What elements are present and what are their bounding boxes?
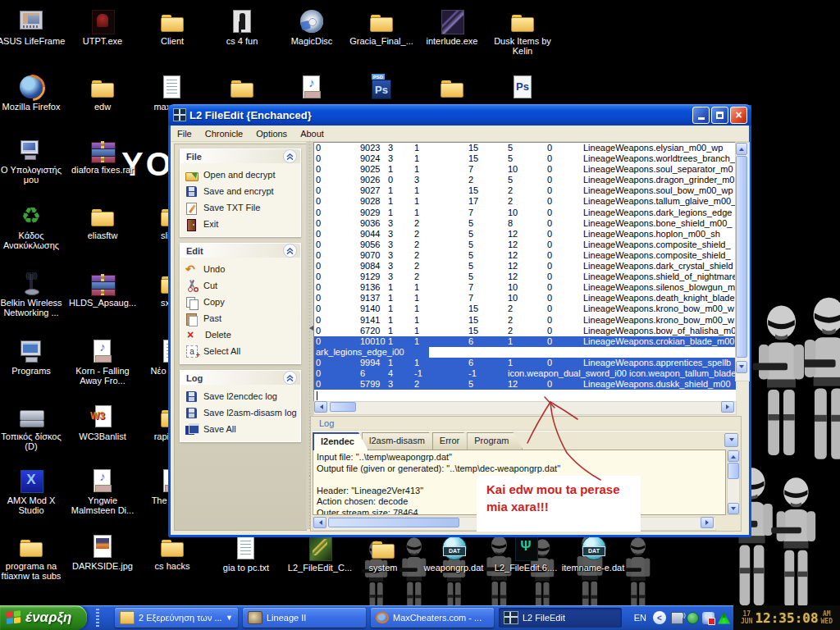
- wireless-icon[interactable]: [718, 612, 730, 624]
- section-header[interactable]: Edit: [180, 244, 300, 258]
- log-tab-l2asm-disasm[interactable]: l2asm-disasm: [362, 432, 439, 450]
- table-horizontal-scrollbar[interactable]: [313, 401, 737, 415]
- panel-item[interactable]: Past: [185, 310, 299, 326]
- table-row[interactable]: 09024311550LineageWeapons.worldtrees_bra…: [314, 153, 736, 164]
- language-indicator[interactable]: EN: [634, 613, 646, 623]
- log-tab-Program[interactable]: Program: [467, 432, 523, 450]
- menu-options[interactable]: Options: [249, 127, 294, 140]
- desktop-icon[interactable]: DARKSIDE.jpg: [67, 532, 138, 571]
- desktop-icon[interactable]: [346, 72, 417, 102]
- table-row[interactable]: ark_legions_edge_i00: [314, 347, 736, 358]
- scroll-left-button[interactable]: [313, 517, 326, 528]
- table-row[interactable]: 064-1-1icon.weapon_dual_sword_i00 icon.w…: [314, 368, 736, 379]
- log-vertical-scrollbar[interactable]: [727, 450, 740, 515]
- antivirus-icon[interactable]: [687, 612, 699, 624]
- log-tab-l2endec[interactable]: l2endec: [313, 432, 368, 450]
- window-titlebar[interactable]: L2 FileEdit {Enchanced} ×: [168, 104, 751, 126]
- desktop-icon[interactable]: WC3Banlist: [67, 402, 138, 441]
- desktop-icon[interactable]: MagicDisc: [276, 7, 347, 46]
- desktop-icon[interactable]: [207, 72, 277, 102]
- taskbar-button[interactable]: L2 FileEdit: [499, 608, 622, 628]
- desktop-icon[interactable]: Mozilla Firefox: [0, 72, 66, 112]
- scroll-thumb[interactable]: [728, 463, 739, 479]
- messenger-icon[interactable]: [702, 612, 714, 624]
- data-table[interactable]: 09023311550LineageWeapons.elysian_m00_wp…: [313, 142, 736, 402]
- scroll-thumb[interactable]: [328, 518, 459, 527]
- desktop-icon[interactable]: Dusk Items by Kelin: [487, 7, 558, 56]
- panel-item[interactable]: Cut: [185, 277, 299, 294]
- table-row[interactable]: 0999411610LineageWeapons.apprentices_spe…: [314, 358, 736, 368]
- minimize-button[interactable]: [692, 107, 710, 124]
- desktop-icon[interactable]: AMX Mod X Studio: [0, 466, 66, 515]
- menu-about[interactable]: About: [294, 127, 331, 140]
- taskbar-button[interactable]: MaxCheaters.com - ...: [371, 608, 494, 628]
- menu-file[interactable]: File: [171, 127, 199, 140]
- desktop-icon[interactable]: Belkin Wireless Networking ...: [0, 268, 66, 317]
- desktop-icon[interactable]: gia to pc.txt: [211, 533, 281, 573]
- table-row[interactable]: 09070325120LineageWeapons.composite_shie…: [314, 250, 736, 261]
- panel-item[interactable]: Save l2asm-disasm log: [185, 404, 299, 421]
- desktop-icon[interactable]: Ο Υπολογιστής μου: [0, 135, 66, 185]
- table-row[interactable]: 0902603250LineageWeapons.dragon_grinder_…: [314, 175, 736, 185]
- table-row[interactable]: 09027111520LineageWeapons.soul_bow_m00_w…: [314, 185, 736, 196]
- taskbar-button[interactable]: Lineage II: [243, 608, 366, 628]
- panel-item[interactable]: Select All: [185, 343, 299, 359]
- table-row[interactable]: 09137117100LineageWeapons.death_knight_b…: [314, 293, 736, 304]
- desktop-icon[interactable]: Yngwie Malmsteen Di...: [67, 466, 138, 515]
- desktop-icon[interactable]: weapongrp.dat: [418, 533, 489, 573]
- tray-collapse-icon[interactable]: <: [653, 611, 666, 624]
- scroll-left-button[interactable]: [314, 401, 327, 413]
- desktop-icon[interactable]: edw: [67, 72, 138, 112]
- desktop-icon[interactable]: ASUS LifeFrame: [0, 7, 66, 46]
- table-row[interactable]: 09129325120LineageWeapons.shield_of_nigh…: [314, 272, 736, 282]
- panel-item[interactable]: Save All: [185, 421, 299, 437]
- scroll-down-button[interactable]: [728, 503, 739, 514]
- table-row[interactable]: 09028111720LineageWeapons.tallum_glaive_…: [314, 196, 736, 207]
- desktop-icon[interactable]: [276, 72, 347, 102]
- desktop-icon[interactable]: [487, 72, 558, 102]
- tab-overflow-button[interactable]: [724, 433, 738, 447]
- scroll-up-button[interactable]: [736, 143, 747, 155]
- desktop-icon[interactable]: [417, 72, 487, 102]
- panel-item[interactable]: Save l2encdec log: [185, 388, 299, 404]
- panel-item[interactable]: Open and decrypt: [185, 167, 299, 183]
- menu-chronicle[interactable]: Chronicle: [199, 127, 249, 140]
- network-icon[interactable]: [671, 612, 683, 624]
- table-row[interactable]: 09056325120LineageWeapons.composite_shie…: [314, 240, 736, 250]
- taskbar-button[interactable]: 2 Εξερεύνηση των ...▼: [115, 608, 238, 628]
- chevron-up-icon[interactable]: [283, 149, 297, 163]
- panel-item[interactable]: Save TXT File: [185, 199, 299, 216]
- panel-item[interactable]: Save and encrypt: [185, 183, 299, 199]
- desktop-icon[interactable]: L2_FileEdit.6....: [491, 533, 561, 573]
- close-button[interactable]: ×: [730, 107, 747, 124]
- table-row[interactable]: 09140111520LineageWeapons.krono_bow_m00_…: [314, 304, 736, 314]
- desktop-icon[interactable]: L2_FileEdit_C...: [285, 533, 355, 573]
- table-vertical-scrollbar[interactable]: [735, 142, 750, 381]
- maximize-button[interactable]: [711, 107, 728, 124]
- panel-item[interactable]: ↶Undo: [185, 261, 299, 277]
- scroll-thumb[interactable]: [330, 402, 356, 412]
- scroll-thumb[interactable]: [736, 156, 747, 358]
- section-header[interactable]: File: [180, 149, 300, 163]
- table-row[interactable]: 09023311550LineageWeapons.elysian_m00_wp: [314, 143, 736, 153]
- desktop-icon[interactable]: itemname-e.dat: [558, 533, 628, 573]
- table-row[interactable]: 05799325120LineageWeapons.duskk_shield_m…: [314, 379, 736, 390]
- panel-item[interactable]: Exit: [185, 216, 299, 232]
- desktop-icon[interactable]: Τοπικός δίσκος (D): [0, 402, 66, 451]
- desktop-icon[interactable]: programa na ftiaxnw ta subs: [0, 532, 66, 581]
- table-row[interactable]: 09044325120LineageWeapons.hoplon_m00_sh: [314, 229, 736, 240]
- table-row[interactable]: 09029117100LineageWeapons.dark_legions_e…: [314, 208, 736, 218]
- panel-item[interactable]: Copy: [185, 294, 299, 310]
- panel-item[interactable]: ×Delete: [185, 326, 299, 343]
- desktop-icon[interactable]: interlude.exe: [417, 7, 487, 46]
- inline-edit-field[interactable]: [429, 347, 736, 358]
- scroll-up-button[interactable]: [728, 450, 739, 462]
- scroll-down-button[interactable]: [736, 361, 747, 373]
- desktop-icon[interactable]: system: [348, 533, 418, 573]
- start-button[interactable]: έναρξη: [0, 605, 87, 630]
- desktop-icon[interactable]: diafora fixes.rar: [67, 135, 138, 175]
- table-row[interactable]: 09136117100LineageWeapons.silenos_blowgu…: [314, 282, 736, 293]
- desktop-icon[interactable]: Programs: [0, 336, 66, 376]
- desktop-icon[interactable]: eliasftw: [67, 201, 138, 240]
- chevron-up-icon[interactable]: [283, 244, 297, 258]
